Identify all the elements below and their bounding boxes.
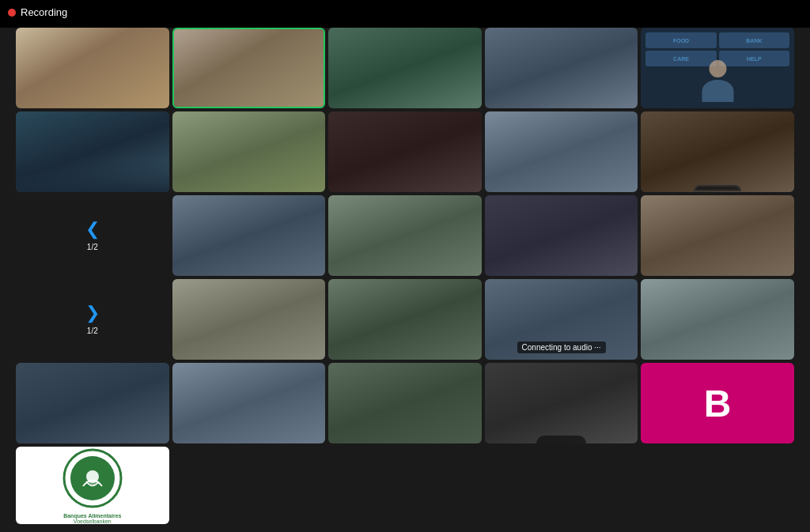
next-page-icon[interactable]: ❯ bbox=[85, 304, 100, 322]
video-tile-19 bbox=[16, 363, 169, 443]
video-grid: FOOD BANK CARE HELP bbox=[16, 28, 794, 524]
video-tile-4 bbox=[485, 28, 638, 108]
video-tile-8 bbox=[328, 111, 482, 192]
video-tile-10 bbox=[641, 111, 794, 192]
video-tile-3 bbox=[328, 28, 482, 108]
connecting-audio-text: Connecting to audio ··· bbox=[517, 341, 606, 353]
logo-container: Banques Alimentaires Voedselbanken bbox=[16, 447, 169, 524]
video-tile-6 bbox=[16, 111, 169, 192]
logo-line1: Banques Alimentaires bbox=[63, 513, 121, 519]
nav-tile-right[interactable]: ❯ 1/2 bbox=[16, 279, 169, 360]
video-tile-23: B bbox=[641, 363, 794, 443]
video-tile-12 bbox=[328, 195, 482, 276]
connecting-audio-overlay: Connecting to audio ··· bbox=[485, 339, 638, 353]
video-tile-20 bbox=[172, 363, 326, 443]
top-bar bbox=[0, 0, 810, 28]
svg-point-2 bbox=[86, 470, 99, 483]
video-tile-24: Banques Alimentaires Voedselbanken bbox=[16, 447, 169, 524]
nav-tile-left[interactable]: ❮ 1/2 bbox=[16, 195, 169, 276]
video-tile-9 bbox=[485, 111, 638, 192]
video-tile-14 bbox=[641, 195, 794, 276]
video-tile-13 bbox=[485, 195, 638, 276]
video-tile-1 bbox=[16, 28, 169, 108]
video-tile-5: FOOD BANK CARE HELP bbox=[641, 28, 794, 108]
recording-badge: Recording bbox=[8, 6, 67, 18]
recording-dot bbox=[8, 9, 16, 17]
video-tile-7 bbox=[172, 111, 326, 192]
b-letter-tile: B bbox=[704, 382, 732, 425]
banques-alimentaires-logo bbox=[61, 447, 124, 510]
video-tile-2 bbox=[172, 28, 326, 108]
logo-line2: Voedselbanken bbox=[63, 519, 121, 524]
left-page-indicator: 1/2 bbox=[87, 243, 98, 251]
video-tile-17: Connecting to audio ··· bbox=[485, 279, 638, 360]
video-tile-15 bbox=[172, 279, 326, 360]
prev-page-icon[interactable]: ❮ bbox=[85, 221, 100, 238]
logo-text: Banques Alimentaires Voedselbanken bbox=[63, 513, 121, 524]
right-page-indicator: 1/2 bbox=[87, 326, 98, 335]
video-tile-18 bbox=[641, 279, 794, 360]
video-tile-11 bbox=[172, 195, 326, 276]
video-tile-22 bbox=[485, 363, 638, 443]
recording-label: Recording bbox=[21, 6, 67, 18]
video-tile-21 bbox=[328, 363, 482, 443]
video-tile-16 bbox=[328, 279, 482, 360]
